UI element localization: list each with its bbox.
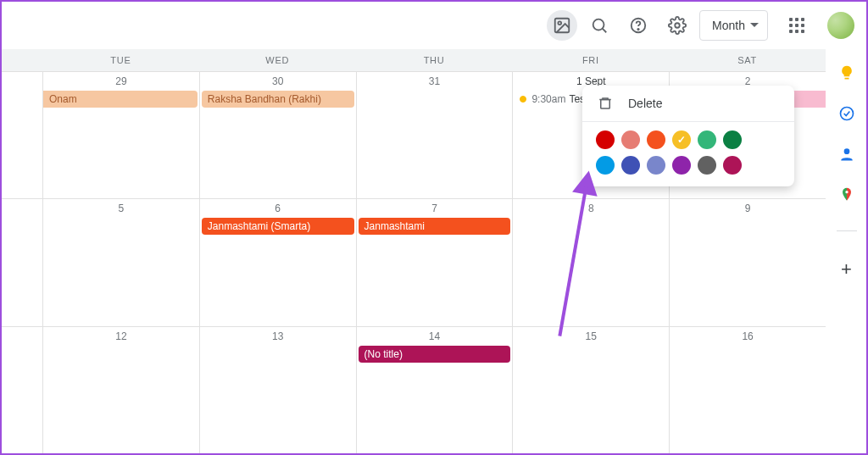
svg-point-5	[675, 23, 680, 28]
color-option[interactable]	[672, 130, 691, 149]
search-icon[interactable]	[582, 8, 616, 42]
day-cell[interactable]: 30Raksha Bandhan (Rakhi)	[199, 72, 356, 198]
color-option[interactable]	[672, 156, 691, 175]
view-selector[interactable]: Month	[699, 10, 768, 41]
color-option[interactable]	[698, 130, 716, 149]
event-color-popover: Delete	[582, 86, 794, 186]
color-option[interactable]	[647, 130, 665, 149]
day-header: FRI	[512, 49, 669, 71]
day-number: 6	[200, 203, 356, 214]
avatar[interactable]	[827, 12, 854, 39]
apps-grid-icon[interactable]	[780, 8, 814, 42]
day-number: 8	[513, 203, 669, 214]
add-sidebar-icon[interactable]: +	[841, 258, 852, 280]
day-number: 7	[357, 203, 513, 214]
tasks-icon[interactable]	[838, 105, 855, 122]
svg-point-6	[840, 108, 853, 120]
day-number: 5	[43, 203, 199, 214]
day-cell[interactable]: 14(No title)	[356, 327, 513, 453]
day-header: THU	[356, 49, 513, 71]
day-cell[interactable]: 13	[199, 327, 356, 453]
view-label: Month	[712, 19, 745, 32]
calendar-event[interactable]: Janmashtami	[359, 218, 511, 235]
day-number: 29	[43, 75, 199, 87]
day-cell[interactable]: 7Janmashtami	[356, 199, 513, 325]
maps-icon[interactable]	[838, 186, 855, 203]
picture-icon[interactable]	[547, 10, 577, 41]
day-cell[interactable]: 12	[42, 327, 199, 453]
color-option[interactable]	[621, 130, 640, 149]
svg-point-1	[558, 21, 561, 25]
day-header: TUE	[42, 49, 199, 71]
day-cell[interactable]: 5	[42, 199, 199, 325]
calendar-event[interactable]: Janmashtami (Smarta)	[202, 218, 354, 235]
day-cell[interactable]: 6Janmashtami (Smarta)	[199, 199, 356, 325]
day-number: 16	[670, 330, 826, 342]
side-panel: +	[826, 49, 866, 453]
day-cell[interactable]: 8	[512, 199, 669, 325]
day-cell[interactable]: 29Onam	[42, 72, 199, 198]
color-option[interactable]	[596, 130, 615, 149]
chevron-down-icon	[750, 23, 759, 28]
header-toolbar: Month	[2, 2, 866, 49]
day-cell[interactable]: 31	[356, 72, 513, 198]
delete-option[interactable]: Delete	[582, 86, 794, 121]
color-option[interactable]	[723, 130, 742, 149]
delete-label: Delete	[628, 97, 662, 110]
calendar-event[interactable]: Onam	[43, 91, 198, 108]
svg-point-8	[845, 191, 848, 193]
day-number: 14	[357, 330, 513, 342]
color-option[interactable]	[723, 156, 742, 175]
day-number: 15	[513, 330, 669, 342]
day-cell[interactable]: 15	[512, 327, 669, 453]
calendar-event[interactable]: Raksha Bandhan (Rakhi)	[202, 91, 354, 108]
contacts-icon[interactable]	[838, 146, 855, 163]
color-grid	[582, 122, 794, 186]
day-number: 12	[43, 330, 199, 342]
gear-icon[interactable]	[660, 8, 694, 42]
svg-point-2	[593, 19, 604, 30]
color-option[interactable]	[596, 156, 615, 175]
keep-icon[interactable]	[838, 64, 855, 81]
day-cell[interactable]: 9	[669, 199, 826, 325]
side-divider	[837, 230, 857, 231]
day-header: SAT	[669, 49, 826, 71]
color-option[interactable]	[647, 156, 665, 175]
calendar-event[interactable]: (No title)	[359, 346, 511, 363]
day-number: 13	[200, 330, 356, 342]
svg-point-7	[843, 148, 849, 154]
day-header: WED	[199, 49, 356, 71]
help-icon[interactable]	[621, 8, 655, 42]
day-cell[interactable]: 16	[669, 327, 826, 453]
color-option[interactable]	[621, 156, 640, 175]
day-number: 30	[200, 75, 356, 87]
day-number: 9	[670, 203, 826, 214]
svg-point-4	[637, 28, 638, 29]
trash-icon	[598, 96, 613, 111]
day-headers: TUE WED THU FRI SAT	[2, 49, 826, 71]
color-option[interactable]	[698, 156, 716, 175]
svg-rect-9	[601, 100, 610, 109]
day-number: 31	[357, 75, 513, 87]
